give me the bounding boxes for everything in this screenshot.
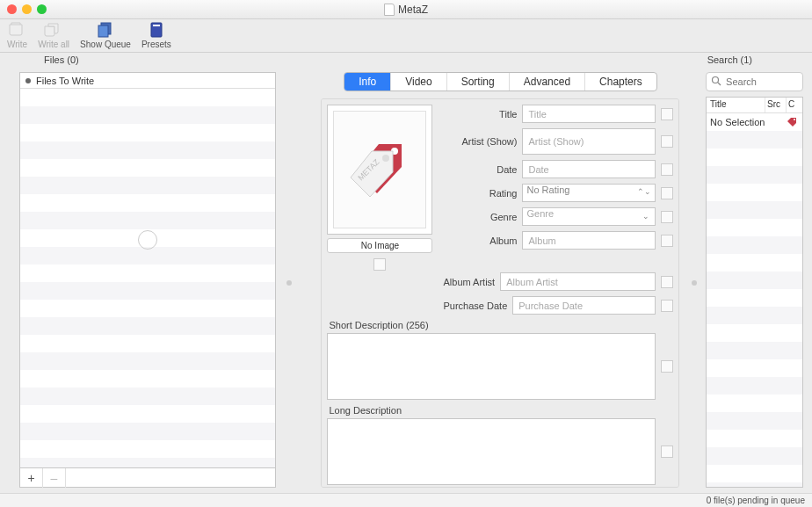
genre-label: Genre	[438, 212, 517, 222]
spinner-icon	[138, 230, 157, 250]
files-column-label: Files To Write	[36, 76, 94, 86]
svg-point-5	[382, 155, 389, 162]
metadata-panel: Info Video Sorting Advanced Chapters	[294, 67, 688, 493]
date-label: Date	[438, 164, 517, 175]
tab-chapters[interactable]: Chapters	[585, 73, 656, 91]
tabs: Info Video Sorting Advanced Chapters	[321, 72, 679, 91]
splitter-left[interactable]	[286, 280, 292, 286]
album-input[interactable]	[522, 231, 656, 250]
files-footer: + –	[19, 468, 276, 488]
col-src[interactable]: Src	[765, 98, 787, 112]
window-title: MetaZ	[0, 4, 812, 16]
album-artist-input[interactable]	[500, 272, 656, 291]
write-button[interactable]: Write	[7, 21, 27, 49]
album-artist-checkbox[interactable]	[661, 276, 673, 288]
tag-icon: METAZ	[349, 139, 410, 200]
search-panel: Title Src C No Selection	[700, 67, 812, 493]
rating-value: No Rating	[526, 185, 569, 195]
files-column-header[interactable]: Files To Write	[20, 73, 275, 89]
presets-icon	[147, 21, 166, 39]
no-image-button[interactable]: No Image	[327, 238, 432, 253]
artist-label: Artist (Show)	[438, 137, 517, 147]
svg-rect-3	[153, 25, 160, 26]
titlebar: MetaZ	[0, 0, 812, 19]
artwork-checkbox[interactable]	[373, 258, 386, 271]
artist-input[interactable]	[522, 128, 656, 155]
main-content: Files To Write + – Info Video Sorting Ad…	[0, 67, 812, 493]
genre-checkbox[interactable]	[661, 211, 673, 223]
add-file-button[interactable]: +	[20, 468, 43, 488]
stepper-icon: ⌃⌄	[637, 187, 651, 196]
search-results-table: Title Src C No Selection	[706, 97, 803, 488]
write-all-label: Write all	[38, 40, 69, 49]
artist-checkbox[interactable]	[661, 135, 673, 148]
artwork-well[interactable]: METAZ	[327, 105, 432, 235]
show-queue-button[interactable]: Show Queue	[80, 21, 131, 49]
tab-sorting[interactable]: Sorting	[447, 73, 510, 91]
status-bar: 0 file(s) pending in queue	[0, 493, 812, 507]
album-checkbox[interactable]	[661, 235, 673, 247]
files-header: Files (0)	[44, 54, 79, 65]
bullet-icon	[25, 78, 31, 83]
purchase-date-input[interactable]	[512, 296, 656, 315]
tab-info[interactable]: Info	[344, 73, 391, 91]
artwork-placeholder: METAZ	[333, 111, 426, 228]
long-desc-checkbox[interactable]	[661, 445, 673, 458]
date-checkbox[interactable]	[661, 163, 673, 176]
write-all-icon	[44, 21, 63, 39]
files-list[interactable]: Files To Write	[19, 72, 276, 468]
long-desc-label: Long Description	[329, 405, 673, 416]
rating-label: Rating	[438, 188, 517, 199]
long-desc-input[interactable]	[327, 418, 656, 485]
genre-select[interactable]: Genre ⌄	[522, 207, 656, 226]
info-form: METAZ No Image Title Artist (Show)	[321, 98, 679, 488]
svg-point-9	[794, 119, 795, 120]
section-labels: Files (0) Search (1)	[0, 53, 812, 67]
album-artist-label: Album Artist	[443, 277, 495, 287]
write-label: Write	[7, 40, 27, 49]
tab-advanced[interactable]: Advanced	[510, 73, 585, 91]
status-text: 0 file(s) pending in queue	[707, 496, 805, 505]
rating-select[interactable]: No Rating ⌃⌄	[522, 184, 656, 202]
purchase-date-checkbox[interactable]	[661, 300, 673, 312]
files-panel: Files To Write + –	[0, 67, 283, 493]
search-header: Search (1)	[707, 54, 752, 65]
search-icon	[711, 76, 721, 86]
window-title-text: MetaZ	[398, 4, 428, 16]
show-queue-label: Show Queue	[80, 40, 131, 49]
presets-button[interactable]: Presets	[141, 21, 171, 49]
short-desc-input[interactable]	[327, 333, 656, 400]
date-input[interactable]	[522, 160, 656, 178]
queue-icon	[96, 21, 115, 39]
title-input[interactable]	[522, 105, 656, 123]
splitter-right[interactable]	[692, 280, 697, 286]
search-results-body[interactable]: No Selection	[707, 113, 802, 487]
toolbar: Write Write all Show Queue Presets	[0, 19, 812, 53]
write-icon	[8, 21, 27, 39]
files-list-body[interactable]	[20, 89, 275, 467]
search-result-row[interactable]: No Selection	[707, 113, 802, 131]
svg-line-8	[718, 83, 721, 85]
tab-video[interactable]: Video	[391, 73, 446, 91]
album-label: Album	[438, 235, 517, 246]
result-title: No Selection	[707, 117, 781, 127]
genre-value: Genre	[526, 208, 554, 219]
svg-point-7	[713, 77, 719, 83]
col-title[interactable]: Title	[707, 98, 765, 112]
document-icon	[384, 4, 395, 16]
presets-label: Presets	[141, 40, 171, 49]
svg-rect-1	[98, 25, 108, 37]
write-all-button[interactable]: Write all	[38, 21, 69, 49]
result-src-icon	[781, 117, 802, 127]
rating-checkbox[interactable]	[661, 187, 673, 199]
title-checkbox[interactable]	[661, 108, 673, 120]
col-c[interactable]: C	[787, 98, 802, 112]
chevron-down-icon: ⌄	[642, 212, 649, 221]
title-label: Title	[438, 109, 517, 120]
remove-file-button[interactable]: –	[43, 468, 66, 488]
purchase-date-label: Purchase Date	[443, 301, 507, 311]
short-desc-checkbox[interactable]	[661, 360, 673, 373]
short-desc-label: Short Description (256)	[329, 320, 673, 330]
